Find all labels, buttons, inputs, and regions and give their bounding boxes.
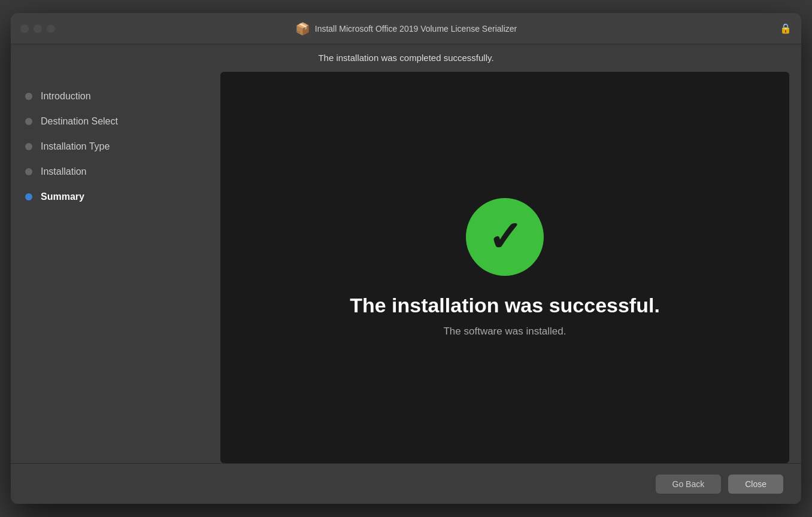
sidebar-item-installation: Installation [11, 159, 220, 184]
sidebar-item-installation-type: Installation Type [11, 134, 220, 159]
checkmark-icon: ✓ [487, 216, 523, 258]
installer-window: 📦 Install Microsoft Office 2019 Volume L… [11, 13, 801, 504]
traffic-lights [20, 25, 55, 33]
sidebar-item-introduction: Introduction [11, 84, 220, 109]
sidebar-label-destination-select: Destination Select [41, 116, 118, 127]
lock-icon: 🔒 [780, 23, 792, 34]
bottom-bar: Go Back Close [11, 463, 801, 504]
subtitle-bar: The installation was completed successfu… [11, 44, 801, 72]
sidebar-item-destination-select: Destination Select [11, 109, 220, 134]
sidebar-dot-installation-type [25, 143, 32, 150]
sidebar-label-installation: Installation [41, 166, 87, 177]
sidebar-label-introduction: Introduction [41, 91, 91, 102]
success-heading: The installation was successful. [350, 294, 660, 317]
main-content: Introduction Destination Select Installa… [11, 72, 801, 463]
content-area: ✓ The installation was successful. The s… [220, 72, 789, 463]
success-subtext: The software was installed. [443, 326, 566, 337]
close-button-main[interactable]: Close [728, 475, 783, 494]
sidebar-label-installation-type: Installation Type [41, 141, 110, 152]
subtitle-text: The installation was completed successfu… [318, 53, 493, 63]
sidebar-dot-destination-select [25, 118, 32, 125]
sidebar-item-summary: Summary [11, 184, 220, 209]
maximize-button[interactable] [47, 25, 55, 33]
close-button[interactable] [20, 25, 29, 33]
sidebar-label-summary: Summary [41, 191, 84, 202]
sidebar: Introduction Destination Select Installa… [11, 72, 220, 463]
titlebar: 📦 Install Microsoft Office 2019 Volume L… [11, 13, 801, 44]
sidebar-dot-introduction [25, 93, 32, 100]
app-icon: 📦 [295, 22, 310, 36]
sidebar-dot-summary [25, 193, 32, 200]
go-back-button[interactable]: Go Back [656, 475, 722, 494]
window-title: Install Microsoft Office 2019 Volume Lic… [315, 24, 517, 34]
sidebar-dot-installation [25, 168, 32, 175]
title-content: 📦 Install Microsoft Office 2019 Volume L… [295, 22, 517, 36]
success-icon-wrapper: ✓ [466, 198, 544, 276]
minimize-button[interactable] [34, 25, 42, 33]
